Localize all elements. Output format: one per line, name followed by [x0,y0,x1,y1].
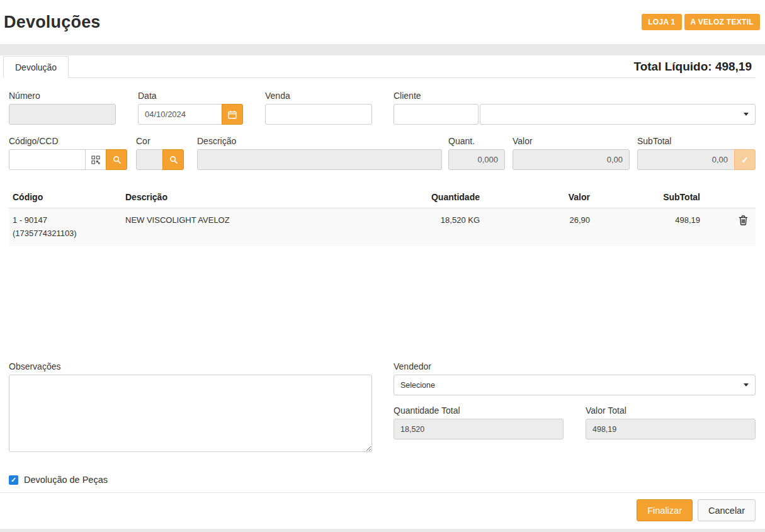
cor-search-button[interactable] [162,149,184,170]
store-badge: LOJA 1 [642,14,681,30]
numero-field: Número [9,91,116,125]
descricao-label: Descrição [197,136,442,146]
company-badge: A VELOZ TEXTIL [684,14,760,30]
data-input[interactable] [138,104,222,125]
devolucao-pecas-checkbox[interactable]: ✓ [9,475,18,485]
cell-descricao: NEW VISCOLIGHT AVELOZ [125,208,376,246]
cell-actions [700,208,756,246]
col-header-actions [700,186,756,208]
cor-field: Cor [136,136,184,170]
valor-label: Valor [513,136,630,146]
finalizar-button[interactable]: Finalizar [637,499,693,521]
check-icon: ✓ [741,155,749,165]
vendedor-label: Vendedor [394,361,756,371]
venda-field: Venda [265,91,372,125]
totals-column: Vendedor Selecione Quantidade Total Valo… [394,361,756,455]
descricao-field: Descrição [197,136,442,170]
vendedor-select[interactable]: Selecione [394,375,756,395]
subtotal-field: SubTotal ✓ [637,136,756,170]
observacoes-field: Observações [9,361,372,455]
vendedor-field: Vendedor Selecione [394,361,756,395]
quantidade-total-input [394,419,564,439]
codigo-search-button[interactable] [106,149,127,170]
total-liquido: Total Líquido: 498,19 [633,60,756,74]
data-field: Data [138,91,243,125]
cor-label: Cor [136,136,184,146]
bottom-section: Observações Vendedor Selecione Quantidad… [9,361,756,455]
main-panel: Devolução Total Líquido: 498,19 Número D… [0,55,765,529]
descricao-input [197,149,442,170]
content-spacer [9,246,756,361]
codigo-line1: 1 - 90147 [13,214,125,227]
cell-quantidade: 18,520 KG [376,208,480,246]
cancelar-button[interactable]: Cancelar [698,499,756,521]
quant-label: Quant. [448,136,505,146]
search-icon [113,156,121,164]
vendedor-select-value: Selecione [400,381,435,390]
codigo-ccd-label: Código/CCD [9,136,127,146]
codigo-ccd-input[interactable] [9,149,86,170]
observacoes-textarea[interactable] [9,375,372,452]
barcode-button[interactable] [85,149,106,170]
calendar-button[interactable] [222,104,243,125]
quantidade-total-field: Quantidade Total [394,405,564,439]
table-header-row: Código Descrição Quantidade Valor SubTot… [9,186,756,208]
codigo-ccd-field: Código/CCD [9,136,127,170]
subtotal-label: SubTotal [637,136,756,146]
cliente-field: Cliente [394,91,756,125]
check-icon: ✓ [11,476,16,484]
cell-codigo: 1 - 90147 (1735774321103) [9,208,125,246]
page-header: Devoluções LOJA 1 A VELOZ TEXTIL [0,0,765,44]
header-badges: LOJA 1 A VELOZ TEXTIL [642,14,760,30]
col-header-valor: Valor [480,186,590,208]
valor-field: Valor [513,136,630,170]
codigo-line2: (1735774321103) [13,227,125,241]
tab-devolucao[interactable]: Devolução [3,56,69,78]
page-gap [0,44,765,55]
quant-field: Quant. [448,136,505,170]
cell-subtotal: 498,19 [590,208,700,246]
cliente-input[interactable] [394,104,479,125]
col-header-subtotal: SubTotal [590,186,700,208]
table-row: 1 - 90147 (1735774321103) NEW VISCOLIGHT… [9,208,756,246]
col-header-descricao: Descrição [125,186,376,208]
chevron-down-icon [744,383,749,387]
delete-row-button[interactable] [737,214,749,229]
col-header-quantidade: Quantidade [376,186,480,208]
confirm-item-button[interactable]: ✓ [734,149,756,170]
barcode-icon [91,156,100,164]
form-row-1: Número Data Venda Clien [9,91,756,125]
quantidade-total-label: Quantidade Total [394,405,564,416]
items-table: Código Descrição Quantidade Valor SubTot… [9,186,756,246]
calendar-icon [228,110,237,119]
numero-input [9,104,116,125]
tab-bar: Devolução Total Líquido: 498,19 [3,55,756,78]
page-title: Devoluções [4,13,101,32]
venda-input[interactable] [265,104,372,125]
devolucao-pecas-row: ✓ Devolução de Peças [9,475,756,485]
form-row-2: Código/CCD [9,136,756,170]
chevron-down-icon [744,113,749,116]
cell-valor: 26,90 [480,208,590,246]
valor-total-label: Valor Total [586,405,756,416]
quant-input [448,149,505,170]
devolucao-pecas-label: Devolução de Peças [24,475,108,485]
valor-input [513,149,630,170]
observacoes-label: Observações [9,361,372,371]
totals-row: Quantidade Total Valor Total [394,405,756,439]
cliente-select[interactable] [480,104,756,125]
valor-total-input [586,419,756,439]
data-label: Data [138,91,243,101]
col-header-codigo: Código [9,186,125,208]
cliente-label: Cliente [394,91,756,101]
numero-label: Número [9,91,116,101]
venda-label: Venda [265,91,372,101]
cor-input [136,149,163,170]
trash-icon [739,215,748,225]
valor-total-field: Valor Total [586,405,756,439]
subtotal-input [637,149,735,170]
search-icon [169,156,178,164]
footer-actions: Finalizar Cancelar [0,492,765,529]
